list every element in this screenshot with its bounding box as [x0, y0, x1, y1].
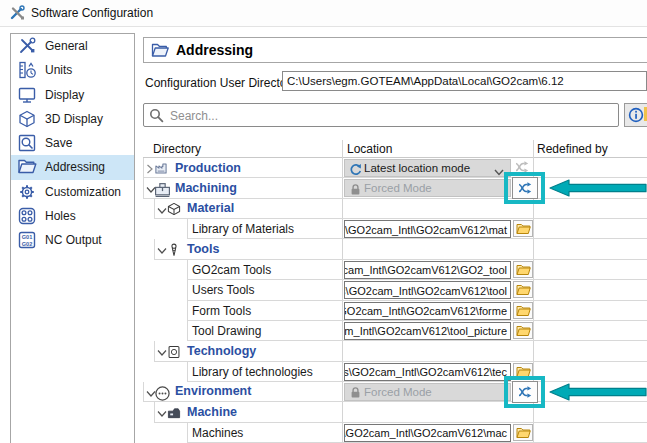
location-path-field[interactable]: am Files\GO2cam_Intl\GO2camV612\mat: [344, 220, 511, 238]
folder-icon: [516, 223, 531, 235]
annotation-arrow-left: [548, 179, 647, 197]
directory-label: Form Tools: [192, 304, 251, 318]
sidebar-item-display[interactable]: Display: [11, 83, 134, 107]
browse-folder-button[interactable]: [513, 424, 533, 441]
tree-indent-line: [143, 158, 144, 178]
units-icon: [17, 60, 37, 80]
location-path-field[interactable]: am Files\GO2cam_Intl\GO2camV612\mac: [344, 424, 511, 442]
location-path-text: am Files\GO2cam_Intl\GO2camV612\tool: [344, 285, 507, 297]
material-icon: [167, 202, 181, 219]
sidebar-item-3d-display[interactable]: 3D Display: [11, 107, 134, 131]
tree-indent-line: [187, 321, 188, 341]
chevron-down-icon: [494, 165, 504, 172]
expander-expanded-icon[interactable]: [157, 244, 167, 254]
tools-icon: [167, 243, 181, 260]
tree-indent-line: [187, 280, 188, 300]
table-row-production[interactable]: Production Latest location mode: [0, 158, 647, 178]
lock-icon: [349, 183, 362, 196]
tree-indent-line: [143, 382, 144, 402]
browse-folder-button[interactable]: [513, 220, 533, 237]
location-mode-locked: Forced Mode: [344, 383, 511, 401]
location-path-text: am Files\GO2cam_Intl\GO2camV612\mac: [344, 427, 507, 439]
table-row-go2cam-tools[interactable]: GO2cam Tools les\GO2cam_Intl\GO2camV612\…: [0, 260, 647, 280]
tree-indent-line: [154, 341, 155, 361]
sidebar-item-general[interactable]: General: [11, 34, 134, 58]
table-row-machines[interactable]: Machines am Files\GO2cam_Intl\GO2camV612…: [0, 423, 647, 443]
sidebar-item-label: Units: [45, 63, 72, 77]
table-row-library-of-technologies[interactable]: Library of technologies ram Files\GO2cam…: [0, 362, 647, 382]
directory-label: Library of technologies: [192, 365, 313, 379]
location-mode-text: Latest location mode: [364, 162, 470, 174]
location-path-text: \GO2cam_Intl\GO2camV612\tool_picture: [344, 325, 507, 337]
sidebar-item-label: Save: [45, 136, 72, 150]
annotation-highlight-box: [504, 376, 545, 408]
table-row-technology[interactable]: Technology: [0, 341, 647, 361]
location-mode-text: Forced Mode: [364, 182, 432, 194]
browse-folder-button[interactable]: [513, 302, 533, 319]
search-input[interactable]: [168, 107, 612, 125]
location-mode-dropdown[interactable]: Latest location mode: [344, 159, 511, 177]
tree-indent-line: [143, 178, 144, 198]
sidebar-item-label: 3D Display: [45, 112, 103, 126]
folder-icon: [516, 284, 531, 296]
directory-label: Environment: [175, 384, 251, 398]
title-bar: Software Configuration: [0, 0, 647, 27]
directory-label: GO2cam Tools: [192, 263, 271, 277]
table-row-tool-drawing[interactable]: Tool Drawing \GO2cam_Intl\GO2camV612\too…: [0, 321, 647, 341]
search-box[interactable]: [143, 103, 619, 127]
config-user-directory-label: Configuration User Directory: [145, 76, 296, 90]
browse-folder-button[interactable]: [513, 261, 533, 278]
directory-label: Technology: [187, 344, 256, 358]
location-path-text: les\GO2cam_Intl\GO2camV612\GO2_tool: [344, 264, 507, 276]
location-path-field[interactable]: am Files\GO2cam_Intl\GO2camV612\tool: [344, 281, 511, 299]
technology-icon: [167, 345, 181, 362]
production-icon: [154, 161, 171, 178]
location-path-field[interactable]: ram Files\GO2cam_Intl\GO2camV612\tec: [344, 363, 511, 381]
display-icon: [17, 85, 37, 105]
table-row-tools[interactable]: Tools: [0, 239, 647, 259]
column-header-redefined-by: Redefined by: [537, 142, 608, 156]
table-row-users-tools[interactable]: Users Tools am Files\GO2cam_Intl\GO2camV…: [0, 280, 647, 300]
sidebar-item-save[interactable]: Save: [11, 131, 134, 155]
config-user-directory-field[interactable]: [282, 71, 647, 91]
tree-indent-line: [187, 362, 188, 382]
tree-indent-line: [187, 423, 188, 443]
page-header: Addressing: [143, 37, 647, 63]
open-folder-icon: [151, 42, 169, 58]
save-icon: [17, 133, 37, 153]
info-icon: [628, 107, 644, 123]
directory-label: Machine: [187, 405, 237, 419]
browse-folder-button[interactable]: [513, 281, 533, 298]
sidebar-item-units[interactable]: Units: [11, 58, 134, 82]
folder-icon: [516, 325, 531, 337]
refresh-icon: [349, 163, 362, 176]
table-row-form-tools[interactable]: Form Tools n Files\GO2cam_Intl\GO2camV61…: [0, 301, 647, 321]
lock-icon: [349, 386, 362, 399]
directory-label: Tool Drawing: [192, 324, 261, 338]
location-path-field[interactable]: n Files\GO2cam_Intl\GO2camV612\forme: [344, 302, 511, 320]
location-path-field[interactable]: les\GO2cam_Intl\GO2camV612\GO2_tool: [344, 261, 511, 279]
folder-icon: [516, 305, 531, 317]
table-row-machine[interactable]: Machine: [0, 402, 647, 422]
location-path-field[interactable]: \GO2cam_Intl\GO2camV612\tool_picture: [344, 322, 511, 340]
software-configuration-window: Software Configuration General Units Dis…: [0, 0, 647, 443]
folder-icon: [516, 427, 531, 439]
directory-label: Production: [175, 161, 241, 175]
machine-icon: [167, 406, 181, 423]
directory-label: Tools: [187, 242, 219, 256]
expander-expanded-icon[interactable]: [157, 204, 167, 214]
column-header-location: Location: [347, 142, 392, 156]
browse-folder-button[interactable]: [513, 322, 533, 339]
table-row-library-of-materials[interactable]: Library of Materials am Files\GO2cam_Int…: [0, 219, 647, 239]
location-path-text: am Files\GO2cam_Intl\GO2camV612\mat: [344, 224, 507, 236]
directory-label: Machining: [175, 181, 237, 195]
expander-expanded-icon[interactable]: [157, 346, 167, 356]
table-row-material[interactable]: Material: [0, 199, 647, 219]
directory-label: Material: [187, 201, 234, 215]
expander-expanded-icon[interactable]: [157, 407, 167, 417]
sidebar-item-label: General: [45, 39, 88, 53]
general-icon: [17, 36, 37, 56]
search-icon: [149, 108, 164, 123]
location-path-text: ram Files\GO2cam_Intl\GO2camV612\tec: [344, 366, 507, 378]
location-mode-locked: Forced Mode: [344, 179, 511, 197]
